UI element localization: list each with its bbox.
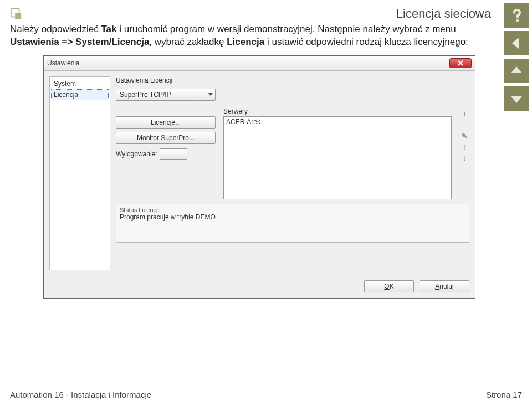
- bullet-icon: [10, 8, 22, 20]
- text-frag: i uruchomić program w wersji demonstracy…: [116, 24, 456, 34]
- footer-right: Strona 17: [486, 390, 522, 399]
- dialog-title-text: Ustawienia: [47, 59, 80, 67]
- category-item-system[interactable]: System: [51, 78, 109, 89]
- prev-button[interactable]: [504, 59, 529, 83]
- servers-listbox[interactable]: ACER-Arek: [223, 116, 452, 199]
- footer-left: Automation 16 - Instalacja i Informacje: [10, 390, 151, 399]
- chevron-down-icon: [208, 93, 213, 96]
- category-list[interactable]: System Licencja: [49, 76, 110, 270]
- dialog-titlebar: Ustawienia: [44, 56, 475, 71]
- monitor-button[interactable]: Monitor SuperPro...: [116, 132, 216, 144]
- back-button[interactable]: [504, 31, 529, 55]
- ok-button[interactable]: OK: [364, 280, 414, 292]
- status-box: Status Licencji Program pracuje w trybie…: [116, 204, 469, 243]
- text-frag-bold: Ustawienia => System/Licencja: [10, 37, 149, 47]
- page-title: Licencja sieciowa: [28, 7, 493, 21]
- svg-rect-1: [15, 13, 21, 19]
- move-down-icon[interactable]: ↓: [463, 154, 467, 162]
- body-paragraph: Należy odpowiedzieć Tak i uruchomić prog…: [10, 23, 475, 49]
- logout-label: Wylogowanie:: [116, 150, 157, 158]
- help-button[interactable]: [504, 3, 529, 28]
- text-frag: , wybrać zakładkę: [149, 37, 227, 47]
- arrow-left-icon: [509, 35, 524, 51]
- cancel-button[interactable]: Anuluj: [420, 280, 469, 292]
- edit-icon[interactable]: ✎: [461, 132, 468, 140]
- next-button[interactable]: [504, 86, 529, 111]
- logout-combo[interactable]: [160, 148, 187, 160]
- category-item-licencja[interactable]: Licencja: [51, 89, 109, 100]
- combo-value: SuperPro TCP/IP: [120, 91, 171, 99]
- close-icon: [457, 60, 464, 66]
- settings-dialog: Ustawienia System Licencja Ustawienia Li…: [43, 55, 475, 299]
- servers-label: Serwery: [223, 107, 452, 115]
- text-frag: i ustawić odpowiedni rodzaj klucza licen…: [264, 37, 468, 47]
- add-icon[interactable]: +: [462, 110, 467, 117]
- licenses-button[interactable]: Licencje...: [116, 116, 216, 129]
- text-frag: Należy odpowiedzieć: [10, 24, 101, 34]
- status-label: Status Licencji: [120, 207, 466, 213]
- status-text: Program pracuje w trybie DEMO: [120, 213, 466, 221]
- server-item[interactable]: ACER-Arek: [226, 118, 449, 126]
- license-type-combo[interactable]: SuperPro TCP/IP: [116, 89, 216, 101]
- svg-point-2: [516, 19, 519, 22]
- text-frag-bold: Licencja: [227, 37, 264, 47]
- group-label: Ustawienia Licencji: [116, 76, 469, 84]
- remove-icon[interactable]: −: [462, 121, 467, 129]
- text-frag-bold: Tak: [101, 24, 116, 34]
- close-button[interactable]: [449, 58, 472, 68]
- arrow-down-icon: [509, 91, 524, 106]
- move-up-icon[interactable]: ↑: [463, 143, 467, 151]
- help-icon: [509, 8, 524, 23]
- arrow-up-icon: [509, 63, 524, 79]
